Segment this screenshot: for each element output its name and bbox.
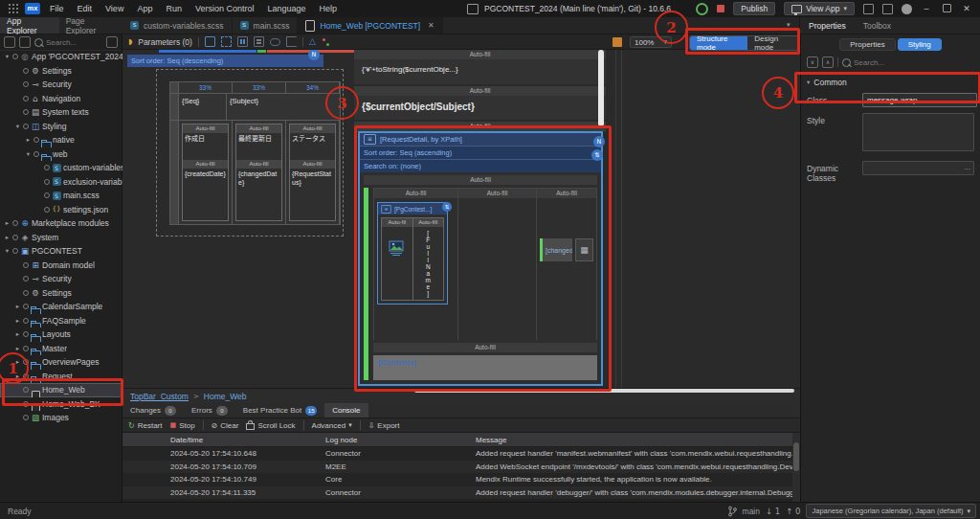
properties-search[interactable]: Search... bbox=[842, 58, 974, 67]
restart-button[interactable]: ↻Restart bbox=[128, 421, 163, 430]
sort-order-header[interactable]: Sort order: Seq (descending) bbox=[127, 55, 323, 67]
clear-button[interactable]: ⊘Clear bbox=[212, 421, 239, 430]
sidebar-item-main-scss[interactable]: Smain.scss bbox=[0, 189, 122, 203]
col-message[interactable]: Message bbox=[472, 436, 792, 444]
sidebar-item-master[interactable]: ▸Master bbox=[0, 342, 122, 356]
console-tab-errors[interactable]: Errors0 bbox=[184, 403, 235, 417]
chevron-right-icon[interactable]: ▸ bbox=[13, 372, 22, 380]
class-input[interactable] bbox=[862, 93, 977, 107]
table-cell-2[interactable]: Auto-fill最終更新日Auto-fill{changedDate} bbox=[233, 121, 286, 224]
close-icon[interactable]: ✕ bbox=[428, 21, 434, 30]
inner-list-header[interactable]: ≡ [PgContest...] ⇅ bbox=[378, 203, 447, 214]
col-datetime[interactable]: Date/time bbox=[167, 436, 322, 444]
sidebar-item-home-web[interactable]: Home_Web bbox=[0, 383, 122, 397]
sidebar-item-settings[interactable]: ⚙Settings bbox=[0, 64, 122, 79]
table-cell-3[interactable]: Auto-fillステータスAuto-fill{RequestStatus} bbox=[286, 121, 340, 224]
chevron-right-icon[interactable]: ▸ bbox=[3, 219, 11, 227]
date-widget-3[interactable]: Auto-fillステータスAuto-fill{RequestStatus} bbox=[289, 124, 336, 221]
horizontal-scrollbar[interactable] bbox=[414, 389, 794, 393]
chevron-right-icon[interactable]: ▸ bbox=[3, 234, 11, 241]
close-button[interactable]: ✕ bbox=[961, 4, 972, 13]
select-tool-icon[interactable] bbox=[205, 36, 215, 47]
chevron-down-icon[interactable]: ▾ bbox=[24, 150, 33, 158]
maximize-button[interactable] bbox=[941, 4, 952, 14]
properties-mode-button[interactable]: Properties bbox=[839, 38, 895, 51]
sidebar-item-pgcontest[interactable]: ▾▣PGCONTEST bbox=[0, 244, 122, 259]
sidebar-item-marketplace-modules[interactable]: ▸⊕Marketplace modules bbox=[0, 216, 122, 231]
parameters-button[interactable]: Parameters (0) bbox=[138, 37, 192, 47]
log-row[interactable]: 2024-05-20 17:54:10.709M2EEAdded WebSock… bbox=[122, 461, 792, 474]
locate-icon[interactable] bbox=[19, 36, 31, 48]
chevron-right-icon[interactable]: ▸ bbox=[13, 358, 22, 366]
menu-version-control[interactable]: Version Control bbox=[195, 4, 255, 13]
menu-run[interactable]: Run bbox=[166, 4, 182, 13]
pgcontest-listview[interactable]: ≡ [PgContest...] ⇅ Auto-fil bbox=[377, 202, 448, 305]
date-widget-1[interactable]: Auto-fill作成日Auto-fill{createdDate} bbox=[182, 124, 229, 221]
publish-button[interactable]: Publish bbox=[733, 2, 775, 15]
zoom-grid-icon[interactable] bbox=[612, 37, 622, 47]
chevron-down-icon[interactable]: ▾ bbox=[13, 123, 22, 130]
canvas-viewport[interactable]: Sort order: Seq (descending) N 33%33%34%… bbox=[122, 50, 800, 388]
contents-placeholder[interactable]: [Contents] bbox=[373, 355, 597, 380]
design-mode-button[interactable]: Design mode bbox=[747, 36, 799, 50]
styling-mode-button[interactable]: Styling bbox=[898, 38, 942, 51]
avatar[interactable] bbox=[902, 4, 912, 14]
sidebar-item-request[interactable]: ▸Request bbox=[0, 370, 122, 384]
style-input[interactable] bbox=[862, 113, 974, 151]
console-tab-best-practice-bot[interactable]: Best Practice Bot15 bbox=[235, 403, 324, 417]
chevron-down-icon[interactable]: ▾ bbox=[3, 247, 11, 255]
run-status-icon[interactable] bbox=[696, 3, 708, 15]
layout-icon[interactable] bbox=[863, 4, 874, 14]
marquee-tool-icon[interactable] bbox=[221, 36, 232, 47]
sidebar-item-web[interactable]: ▾web bbox=[0, 147, 122, 162]
collapse-all-icon[interactable] bbox=[4, 36, 15, 48]
chevron-right-icon[interactable]: ▸ bbox=[13, 303, 22, 310]
inner-column-3[interactable]: Auto-fill [changed... ▦ bbox=[537, 189, 596, 340]
structure-mode-button[interactable]: Structure mode bbox=[690, 36, 747, 50]
log-row[interactable]: 2024-05-20 17:54:11.335ConnectorAdded re… bbox=[122, 486, 792, 500]
inner-column-1[interactable]: Auto-fill ≡ [PgContest...] ⇅ bbox=[374, 189, 458, 340]
branch-name[interactable]: main bbox=[743, 507, 760, 516]
doc-tab-home-web-pgcontest[interactable]: Home_Web [PGCONTEST]✕ bbox=[298, 17, 442, 34]
seq-cell[interactable]: {Seq} bbox=[179, 94, 227, 120]
column-width-3[interactable]: 34% bbox=[286, 82, 340, 93]
sidebar-item-styling[interactable]: ▾◫Styling bbox=[0, 120, 122, 134]
chevron-right-icon[interactable]: ▸ bbox=[24, 136, 33, 144]
inner-column-2[interactable]: Auto-fill bbox=[458, 189, 537, 340]
log-row[interactable]: 2024-05-20 17:54:10.648ConnectorAdded re… bbox=[122, 447, 792, 461]
col-lognode[interactable]: Log node bbox=[322, 436, 472, 444]
menu-app[interactable]: App bbox=[137, 4, 152, 13]
console-scrollbar[interactable] bbox=[792, 433, 800, 502]
fullname-cell[interactable]: Auto-fill [FullName] bbox=[413, 218, 444, 300]
sidebar-search[interactable]: Search... bbox=[34, 38, 102, 47]
tab-toolbox[interactable]: Toolbox bbox=[855, 17, 900, 34]
console-tab-changes[interactable]: Changes0 bbox=[122, 403, 184, 417]
stop-button[interactable]: ■Stop bbox=[170, 421, 195, 430]
minimize-button[interactable]: – bbox=[921, 4, 932, 13]
calendar-icon[interactable]: ▦ bbox=[575, 238, 593, 261]
listview-source-header[interactable]: ≡ [RequestDetail, by XPath] bbox=[360, 133, 601, 147]
listview-sort-header[interactable]: Sort order: Seq (ascending) bbox=[360, 147, 601, 160]
log-row[interactable]: 2024-05-20 17:54:10.749CoreMendix Runtim… bbox=[122, 473, 792, 486]
triangle-icon[interactable]: △ bbox=[309, 37, 316, 46]
advanced-button[interactable]: Advanced▾ bbox=[312, 421, 352, 430]
zoom-select[interactable]: 100% ▾ bbox=[630, 36, 672, 48]
sidebar-item-domain-model[interactable]: ⊞Domain model bbox=[0, 259, 122, 273]
table-container[interactable]: 33%33%34% {Seq} {Subject} Auto-fill作成日Au… bbox=[156, 69, 344, 237]
bracket-tool-icon[interactable] bbox=[286, 36, 297, 47]
sidebar-item-images[interactable]: ▨Images bbox=[0, 411, 122, 425]
sidebar-item-faqsample[interactable]: ▸FAQSample bbox=[0, 314, 122, 328]
explorer-tab-page-explorer[interactable]: Page Explorer bbox=[59, 17, 122, 34]
explorer-tab-app-explorer[interactable]: App Explorer bbox=[0, 17, 59, 34]
image-cell[interactable]: Auto-fil bbox=[382, 218, 413, 300]
subject-cell[interactable]: {Subject} bbox=[227, 94, 340, 120]
chevron-right-icon[interactable]: ▸ bbox=[13, 330, 22, 338]
sidebar-item-layouts[interactable]: ▸Layouts bbox=[0, 327, 122, 342]
chevron-down-icon[interactable]: ▾ bbox=[843, 5, 847, 12]
subject-expression[interactable]: {$currentObject/Subject} bbox=[354, 96, 606, 120]
ellipsis-button[interactable]: ... bbox=[964, 163, 970, 171]
menu-help[interactable]: Help bbox=[320, 4, 338, 13]
sidebar-item-custom-variables-scss[interactable]: Scustom-variables.scss bbox=[0, 161, 122, 175]
breadcrumb-parent-link[interactable]: TopBar_Custom bbox=[130, 392, 189, 401]
locale-select[interactable]: Japanese (Gregorian calendar), Japan (de… bbox=[806, 504, 976, 518]
